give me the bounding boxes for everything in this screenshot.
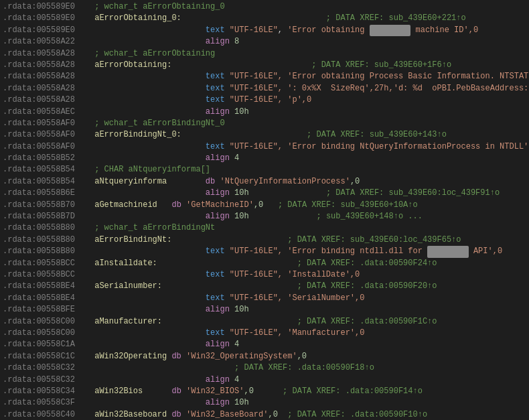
addr-12: .rdata:00558AF0 <box>3 129 90 141</box>
sp-16 <box>167 176 206 188</box>
sp-26 <box>225 293 230 304</box>
indent-10 <box>90 107 206 118</box>
label-36: aWin32Baseboard <box>90 409 167 420</box>
line-32: .rdata:00558C32 ; DATA XREF: .data:00590… <box>0 362 529 374</box>
line-35: .rdata:00558C3F align 10h <box>0 397 529 409</box>
kw-29: text <box>206 328 225 339</box>
indent-33 <box>90 374 206 386</box>
label-28: aManufacturer: <box>90 316 162 328</box>
dir-31: db <box>171 351 181 362</box>
addr-24: .rdata:00558BCC <box>3 269 90 281</box>
comment-1: ; wchar_t aErrorObtaining_0 <box>90 1 225 13</box>
num-16: ,0 <box>350 176 360 188</box>
kw-3: text <box>206 25 225 36</box>
dir-14: align <box>206 153 230 164</box>
addr-10: .rdata:00558AEC <box>3 107 90 118</box>
sp-24 <box>225 269 230 281</box>
line-28: .rdata:00558C00 aManufacturer: ; DATA XR… <box>0 316 529 328</box>
num-35: 10h <box>230 397 249 409</box>
comment-5: ; wchar_t aErrorObtaining <box>90 48 215 60</box>
line-22: .rdata:00558B80 text "UTF-16LE", 'Error … <box>0 246 529 257</box>
line-12: .rdata:00558AF0 aErrorBindingNt_0: ; DAT… <box>0 129 529 141</box>
sp-13 <box>225 141 230 153</box>
indent-22 <box>90 246 206 257</box>
indent-4 <box>90 36 206 48</box>
indent-9 <box>90 94 206 106</box>
str-3a: "UTF-16LE" <box>230 25 278 36</box>
str-31: 'Win32_OperatingSystem' <box>181 351 297 362</box>
kw-9: text <box>206 94 225 106</box>
line-24: .rdata:00558BCC text "UTF-16LE", 'Instal… <box>0 269 529 281</box>
addr-34: .rdata:00558C34 <box>3 386 90 397</box>
comment-23: ; DATA XREF: .data:00590F24↑o <box>157 258 437 269</box>
addr-31: .rdata:00558C1C <box>3 351 90 362</box>
num-34: ,0 <box>244 386 253 397</box>
comment-6: ; DATA XREF: sub_439E60+1F6↑o <box>171 60 451 71</box>
line-11: .rdata:00558AF0 ; wchar_t aErrorBindingN… <box>0 118 529 129</box>
comment-28: ; DATA XREF: .data:00590F1C↑o <box>162 316 437 328</box>
line-3: .rdata:005589E0 text "UTF-16LE" , 'Error… <box>0 25 529 36</box>
addr-27: .rdata:00558BFE <box>3 304 90 316</box>
line-17: .rdata:00558B6E align 10h ; DATA XREF: s… <box>0 188 529 199</box>
addr-7: .rdata:00558A28 <box>3 71 90 82</box>
comment-25: ; DATA XREF: .data:00590F20↑o <box>162 281 437 292</box>
dir-19: align <box>206 211 230 222</box>
indent-13 <box>90 141 206 153</box>
line-8: .rdata:00558A28 text "UTF-16LE", ': 0x%X… <box>0 83 529 94</box>
addr-20: .rdata:00558B80 <box>3 222 90 234</box>
indent-7 <box>90 71 206 82</box>
dir-4: align <box>206 36 230 48</box>
comment-17: ; DATA XREF: sub_439E60:loc_439F91↑o <box>249 188 500 199</box>
indent-17 <box>90 188 206 199</box>
num-14: 4 <box>230 153 239 164</box>
sp-34 <box>143 386 171 397</box>
dir-17: align <box>206 188 230 199</box>
sp-8 <box>225 83 230 94</box>
kw-24: text <box>206 269 225 281</box>
addr-28: .rdata:00558C00 <box>3 316 90 328</box>
comment-2: ; DATA XREF: sub_439E60+221↑o <box>181 13 466 24</box>
label-21: aErrorBindingNt: <box>90 234 171 246</box>
line-14: .rdata:00558B52 align 4 <box>0 153 529 164</box>
str-34: 'Win32_BIOS' <box>181 386 244 397</box>
comment-15: ; CHAR aNtqueryinforma[] <box>90 164 210 176</box>
str-26: "UTF-16LE", 'SerialNumber',0 <box>230 293 365 304</box>
kw-13: text <box>206 141 225 153</box>
indent-30 <box>90 339 206 350</box>
line-2: .rdata:005589E0 aErrorObtaining_0: ; DAT… <box>0 13 529 24</box>
sp-9 <box>225 94 230 106</box>
comment-19: ; sub_439E60+148↑o ... <box>249 211 423 222</box>
line-19: .rdata:00558B7D align 10h ; sub_439E60+1… <box>0 211 529 222</box>
line-30: .rdata:00558C1A align 4 <box>0 339 529 350</box>
indent-3 <box>90 25 206 36</box>
addr-25: .rdata:00558BE4 <box>3 281 90 292</box>
addr-5: .rdata:00558A28 <box>3 48 90 60</box>
kw-26: text <box>206 293 225 304</box>
dir-33: align <box>206 374 230 386</box>
line-33: .rdata:00558C32 align 4 <box>0 374 529 386</box>
redacted-22 <box>427 246 469 257</box>
line-15: .rdata:00558B54 ; CHAR aNtqueryinforma[] <box>0 164 529 176</box>
line-7: .rdata:00558A28 text "UTF-16LE", 'Error … <box>0 71 529 82</box>
addr-16: .rdata:00558B54 <box>3 176 90 188</box>
sp-7 <box>225 71 230 82</box>
comment-34: ; DATA XREF: .data:00590F14↑o <box>254 386 423 397</box>
label-23: aInstalldate: <box>90 258 157 269</box>
indent-26 <box>90 293 206 304</box>
redacted-3 <box>370 25 411 36</box>
addr-3: .rdata:005589E0 <box>3 25 90 36</box>
line-29: .rdata:00558C00 text "UTF-16LE", 'Manufa… <box>0 328 529 339</box>
addr-22: .rdata:00558B80 <box>3 246 90 257</box>
addr-35: .rdata:00558C3F <box>3 397 90 409</box>
sp-18 <box>157 200 172 211</box>
str-22b: API',0 <box>469 246 502 257</box>
comment-36: ; DATA XREF: .data:00590F10↑o <box>278 409 427 420</box>
addr-8: .rdata:00558A28 <box>3 83 90 94</box>
sp-29 <box>225 328 230 339</box>
line-9: .rdata:00558A28 text "UTF-16LE", 'p',0 <box>0 94 529 106</box>
addr-29: .rdata:00558C00 <box>3 328 90 339</box>
addr-6: .rdata:00558A28 <box>3 60 90 71</box>
label-25: aSerialnumber: <box>90 281 162 292</box>
dir-35: align <box>206 397 230 409</box>
indent-14 <box>90 153 206 164</box>
